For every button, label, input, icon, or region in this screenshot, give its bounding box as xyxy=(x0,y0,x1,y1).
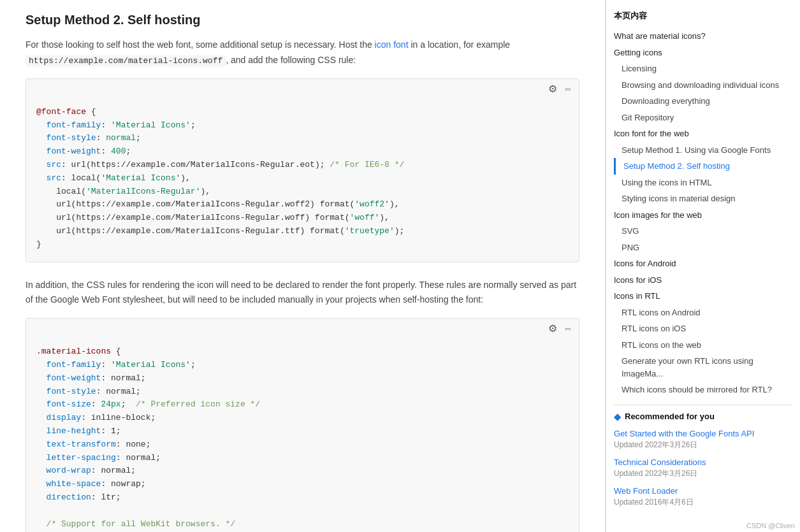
sidebar: 本页内容 What are material icons?Getting ico… xyxy=(606,0,800,532)
code-toolbar-2: ⚙ ⎓ xyxy=(26,319,579,338)
toc-item[interactable]: Browsing and downloading individual icon… xyxy=(614,77,792,94)
rec-item-date: Updated 2016年4月6日 xyxy=(614,497,792,508)
rec-item-title[interactable]: Technical Considerations xyxy=(614,457,792,468)
toc-list: What are material icons?Getting iconsLic… xyxy=(614,28,792,398)
toc-item[interactable]: Setup Method 2. Self hosting xyxy=(614,158,792,175)
code-block-1: ⚙ ⎓ @font-face { font-family: 'Material … xyxy=(25,78,579,262)
main-content: Setup Method 2. Self hosting For those l… xyxy=(0,0,606,532)
toc-item[interactable]: Getting icons xyxy=(614,45,792,61)
toc-item[interactable]: Icon images for the web xyxy=(614,207,792,224)
rec-item-title[interactable]: Web Font Loader xyxy=(614,485,792,497)
toc-item[interactable]: PNG xyxy=(614,240,792,256)
between-paragraph: In addition, the CSS rules for rendering… xyxy=(25,278,579,308)
toc-item[interactable]: RTL icons on iOS xyxy=(614,320,792,337)
toc-item[interactable]: SVG xyxy=(614,223,792,240)
toc-item[interactable]: Licensing xyxy=(614,61,792,77)
code-toolbar-1: ⚙ ⎓ xyxy=(26,79,579,98)
copy-button-1[interactable]: ⎓ xyxy=(564,83,572,96)
toc-item[interactable]: Git Repository xyxy=(614,110,792,126)
theme-button-1[interactable]: ⚙ xyxy=(547,83,558,96)
footer-text: CSDN @Cliven xyxy=(746,522,795,529)
toc-item[interactable]: RTL icons on Android xyxy=(614,305,792,321)
toc-divider xyxy=(614,405,792,405)
toc-item[interactable]: Setup Method 1. Using via Google Fonts xyxy=(614,142,792,159)
rec-item: Get Started with the Google Fonts APIUpd… xyxy=(614,428,792,450)
toc-item[interactable]: Icons for Android xyxy=(614,255,792,272)
recommended-list: Get Started with the Google Fonts APIUpd… xyxy=(614,428,792,508)
toc-item[interactable]: Icon font for the web xyxy=(614,126,792,142)
code-content-1: @font-face { font-family: 'Material Icon… xyxy=(26,98,579,262)
intro-paragraph: For those looking to self host the web f… xyxy=(25,38,579,68)
rec-item-title[interactable]: Get Started with the Google Fonts API xyxy=(614,428,792,440)
code-content-2: .material-icons { font-family: 'Material… xyxy=(26,338,579,532)
recommended-section: ◆ Recommended for you Get Started with t… xyxy=(614,412,792,508)
rec-item: Technical ConsiderationsUpdated 2022年3月2… xyxy=(614,457,792,479)
page-title: Setup Method 2. Self hosting xyxy=(25,13,579,27)
toc-item[interactable]: What are material icons? xyxy=(614,28,792,45)
toc-item[interactable]: Styling icons in material design xyxy=(614,191,792,207)
code-block-2: ⚙ ⎓ .material-icons { font-family: 'Mate… xyxy=(25,318,579,532)
toc-item[interactable]: Generate your own RTL icons using ImageM… xyxy=(614,353,792,382)
toc-item[interactable]: Downloading everything xyxy=(614,93,792,110)
icon-font-link[interactable]: icon font xyxy=(375,40,409,50)
toc-item[interactable]: Icons for iOS xyxy=(614,272,792,289)
toc-title: 本页内容 xyxy=(614,10,792,22)
rec-item-date: Updated 2022年3月26日 xyxy=(614,440,792,450)
rec-item: Web Font LoaderUpdated 2016年4月6日 xyxy=(614,485,792,508)
copy-button-2[interactable]: ⎓ xyxy=(564,322,572,335)
toc-item[interactable]: Using the icons in HTML xyxy=(614,175,792,191)
toc-item[interactable]: Icons in RTL xyxy=(614,288,792,305)
rec-item-date: Updated 2022年3月26日 xyxy=(614,468,792,479)
diamond-icon: ◆ xyxy=(614,412,621,422)
toc-item[interactable]: Which icons should be mirrored for RTL? xyxy=(614,382,792,398)
toc-item[interactable]: RTL icons on the web xyxy=(614,337,792,354)
theme-button-2[interactable]: ⚙ xyxy=(547,322,558,335)
recommended-title: ◆ Recommended for you xyxy=(614,412,792,422)
